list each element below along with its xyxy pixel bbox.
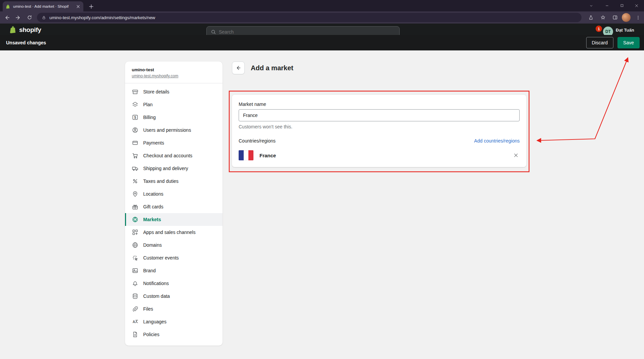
- sidebar-item-store-details[interactable]: Store details: [125, 85, 223, 98]
- browser-menu-icon[interactable]: [633, 13, 643, 22]
- shopify-favicon-icon: [5, 4, 10, 9]
- sidebar-item-gift-cards[interactable]: Gift cards: [125, 200, 223, 213]
- notification-count-badge[interactable]: 1: [596, 26, 602, 32]
- shopify-topbar: shopify 1 DT Đạt Tuấn: [0, 24, 644, 35]
- plan-icon: [132, 101, 138, 108]
- save-bar-actions: Discard Save: [586, 37, 640, 48]
- store-icon: [132, 88, 138, 95]
- annotation-overlay: [0, 0, 644, 359]
- sidebar-item-markets[interactable]: Markets: [125, 213, 223, 226]
- users-icon: [132, 127, 138, 133]
- location-pin-icon: [132, 191, 138, 197]
- bell-icon: [132, 280, 138, 287]
- store-domain-link[interactable]: umino-test.myshopify.com: [132, 74, 178, 78]
- market-name-help: Customers won't see this.: [239, 124, 520, 129]
- window-minimize-button[interactable]: [600, 0, 614, 11]
- translate-icon: A: [132, 318, 138, 325]
- sidebar-item-custom-data[interactable]: Custom data: [125, 290, 223, 303]
- sidebar-item-payments[interactable]: Payments: [125, 136, 223, 149]
- tab-title: umino-test · Add market · Shopif: [13, 4, 73, 8]
- shopify-logo: shopify: [9, 25, 41, 34]
- sidebar-item-policies[interactable]: Policies: [125, 328, 223, 341]
- countries-section-header: Countries/regions Add countries/regions: [239, 138, 520, 144]
- sidebar-item-brand[interactable]: Brand: [125, 264, 223, 277]
- checkout-cart-icon: [132, 152, 138, 159]
- add-countries-link[interactable]: Add countries/regions: [474, 138, 520, 144]
- url-bar[interactable]: umino-test.myshopify.com/admin/settings/…: [37, 13, 581, 22]
- url-text: umino-test.myshopify.com/admin/settings/…: [49, 15, 155, 20]
- settings-main: Add a market Market name Customers won't…: [229, 61, 529, 167]
- back-button[interactable]: [232, 62, 245, 74]
- side-panel-icon[interactable]: [610, 13, 620, 22]
- save-button[interactable]: Save: [617, 37, 640, 48]
- gift-icon: [132, 203, 138, 210]
- taxes-percent-icon: [132, 178, 138, 185]
- sidebar-item-taxes-and-duties[interactable]: Taxes and duties: [125, 175, 223, 188]
- admin-search-input[interactable]: [219, 29, 395, 35]
- billing-icon: $: [132, 114, 138, 121]
- customer-events-icon: [132, 254, 138, 261]
- tab-close-icon[interactable]: [75, 4, 81, 9]
- screen: umino-test · Add market · Shopif: [0, 0, 644, 359]
- svg-text:A: A: [133, 320, 135, 324]
- svg-text:$: $: [134, 116, 136, 119]
- sidebar-item-billing[interactable]: $ Billing: [125, 111, 223, 124]
- forward-icon[interactable]: [13, 13, 23, 22]
- back-arrow-icon: [235, 65, 241, 71]
- market-card: Market name Customers won't see this. Co…: [232, 95, 526, 167]
- domains-globe-icon: [132, 242, 138, 248]
- france-flag-icon: [239, 150, 253, 160]
- back-icon[interactable]: [2, 13, 11, 22]
- sidebar-item-shipping-and-delivery[interactable]: Shipping and delivery: [125, 162, 223, 175]
- lock-icon: [42, 15, 46, 20]
- shipping-truck-icon: [132, 165, 138, 172]
- sidebar-item-users-and-permissions[interactable]: Users and permissions: [125, 124, 223, 136]
- sidebar-item-plan[interactable]: Plan: [125, 98, 223, 111]
- page-title: Add a market: [251, 64, 293, 72]
- sidebar-item-domains[interactable]: Domains: [125, 239, 223, 251]
- country-name: France: [259, 153, 276, 158]
- window-close-button[interactable]: [629, 0, 644, 11]
- market-name-label: Market name: [239, 102, 520, 107]
- countries-label: Countries/regions: [239, 138, 276, 144]
- annotation-arrow: [537, 58, 628, 141]
- window-maximize-button[interactable]: [614, 0, 629, 11]
- apps-grid-icon: [132, 229, 138, 236]
- bookmark-star-icon[interactable]: [598, 13, 608, 22]
- browser-tab[interactable]: umino-test · Add market · Shopif: [3, 1, 83, 11]
- browser-profile-avatar[interactable]: [622, 13, 631, 22]
- user-avatar[interactable]: DT: [603, 27, 613, 35]
- window-chevron-down-icon[interactable]: [586, 0, 597, 11]
- admin-search-box[interactable]: [206, 26, 400, 35]
- sidebar-item-files[interactable]: Files: [125, 303, 223, 315]
- search-icon: [211, 29, 216, 35]
- settings-sidebar: umino-test umino-test.myshopify.com Stor…: [125, 62, 223, 346]
- document-icon: [132, 331, 138, 338]
- unsaved-changes-bar: Unsaved changes Discard Save: [0, 35, 644, 50]
- reload-icon[interactable]: [25, 13, 34, 22]
- share-icon[interactable]: [586, 13, 596, 22]
- country-row: France: [239, 150, 520, 160]
- market-name-input[interactable]: [239, 109, 520, 121]
- database-icon: [132, 293, 138, 300]
- shopify-logo-text: shopify: [19, 26, 41, 34]
- new-tab-button[interactable]: [87, 2, 95, 11]
- sidebar-item-checkout-and-accounts[interactable]: Checkout and accounts: [125, 149, 223, 162]
- user-name: Đạt Tuấn: [616, 28, 634, 33]
- sidebar-item-locations[interactable]: Locations: [125, 188, 223, 200]
- page-header: Add a market: [229, 61, 529, 75]
- remove-country-icon[interactable]: [512, 152, 520, 159]
- sidebar-item-customer-events[interactable]: Customer events: [125, 251, 223, 264]
- store-header: umino-test umino-test.myshopify.com: [125, 62, 223, 83]
- sidebar-item-notifications[interactable]: Notifications: [125, 277, 223, 290]
- store-name: umino-test: [132, 67, 216, 72]
- brand-image-icon: [132, 267, 138, 274]
- markets-icon: [132, 216, 138, 223]
- settings-nav: Store details Plan $ Billing Users and p…: [125, 83, 223, 344]
- discard-button[interactable]: Discard: [586, 37, 613, 48]
- paperclip-icon: [132, 306, 138, 312]
- sidebar-item-apps-and-sales-channels[interactable]: Apps and sales channels: [125, 226, 223, 239]
- browser-toolbar: umino-test.myshopify.com/admin/settings/…: [0, 11, 644, 24]
- payments-icon: [132, 139, 138, 146]
- sidebar-item-languages[interactable]: A Languages: [125, 315, 223, 328]
